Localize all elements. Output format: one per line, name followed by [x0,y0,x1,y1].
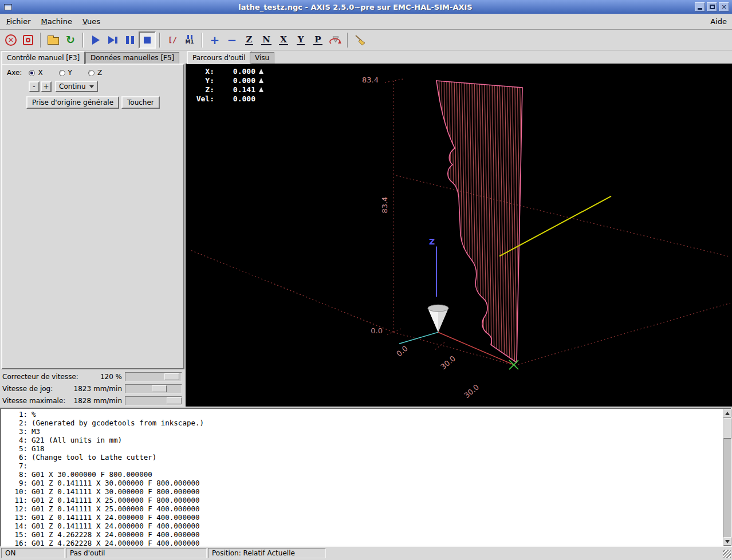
maximize-icon [710,5,715,9]
view-rotated-top-button[interactable]: N [258,31,275,49]
clear-plot-button[interactable] [352,31,369,49]
arrow-down-icon [725,540,730,543]
dro-y-label: Y: [189,76,214,85]
axis-z-radio[interactable]: Z [88,69,102,77]
skip-lines-toggle[interactable]: [/ [164,31,181,49]
jog-speed-slider[interactable] [125,384,182,393]
jog-plus-button[interactable]: + [41,81,52,92]
scrollbar-thumb[interactable] [723,418,731,439]
zoom-out-button[interactable]: − [223,31,241,49]
minimize-icon [698,8,702,10]
menu-vues[interactable]: Vues [77,15,105,28]
radio-indicator [59,70,65,76]
toolbar-separator [202,33,203,48]
view-front-button[interactable]: Y [292,31,309,49]
tab-manual-control[interactable]: Contrôle manuel [F3] [1,51,85,64]
estop-icon [5,34,17,46]
gcode-line: 4:G21 (All units in mm) [1,436,731,444]
slider-handle[interactable] [152,385,167,392]
toolbar-separator [159,33,160,48]
skip-lines-icon: [/ [168,36,177,44]
radio-indicator [88,70,95,76]
zoom-in-button[interactable]: + [206,31,223,49]
tab-preview[interactable]: Parcours d'outil [187,51,251,64]
step-button[interactable] [104,31,121,49]
jog-increment-dropdown[interactable]: Continu [55,81,98,92]
axis-y-label: Y [68,69,72,77]
close-icon [721,3,726,11]
minimize-button[interactable] [695,2,705,11]
gcode-scrollbar[interactable] [723,409,731,546]
arrow-up-icon [725,412,730,415]
slider-handle[interactable] [167,397,182,404]
menu-fichier[interactable]: Fichier [1,15,36,28]
machine-state-cell: ON [1,548,65,558]
toolbar-separator [40,33,41,48]
feed-override-label: Correcteur de vitesse: [2,373,78,381]
view-side-icon: X [279,35,288,45]
stop-button[interactable] [139,31,156,49]
scroll-down-button[interactable] [723,537,731,546]
max-velocity-slider[interactable] [125,396,182,405]
pause-button[interactable] [121,31,139,49]
speed-sliders: Correcteur de vitesse: 120 % Vitesse de … [0,370,184,408]
dro-vel-value: 0.000 [214,94,255,104]
tool-cone [428,305,448,332]
axis-x-radio[interactable]: X [29,69,42,77]
view-perspective-icon: P [313,35,322,45]
preview-canvas[interactable]: 83.4 83.4 0.0 0.0 30.0 30.0 Z X:0.000 Y:… [186,64,732,407]
rotate-view-button[interactable] [326,31,344,49]
tab-mdi[interactable]: Données manuelles [F5] [85,52,179,64]
rotate-view-icon [329,34,341,46]
reload-button[interactable] [62,31,79,49]
dim-bottom-30a: 30.0 [439,354,457,371]
tab-dro[interactable]: Visu [250,52,274,64]
jog-increment-value: Continu [59,82,86,90]
gcode-listing[interactable]: 1:% 2:(Generated by gcodetools from inks… [0,408,732,547]
menubar: Fichier Machine Vues Aide [0,14,732,30]
gcode-line: 8:G01 X 30.000000 F 800.000000 [1,470,731,479]
slider-handle[interactable] [164,373,179,380]
jog-speed-label: Vitesse de jog: [2,385,53,393]
resize-grip[interactable] [723,550,731,558]
view-perspective-button[interactable]: P [309,31,326,49]
machine-power-button[interactable] [19,31,37,49]
jog-speed-value: 1823 mm/min [53,385,122,393]
toolbar-separator [347,33,348,48]
home-all-button[interactable]: Prise d'origine générale [26,96,119,109]
optional-pause-toggle[interactable]: M1 [181,31,198,49]
feed-override-slider[interactable] [125,372,182,381]
toolbar-separator [82,33,84,48]
dim-height-side: 83.4 [380,197,389,214]
jog-minus-button[interactable]: - [29,81,40,92]
pause-icon [126,36,134,44]
tool-info-cell: Pas d'outil [66,548,207,558]
menu-aide[interactable]: Aide [705,15,732,28]
menu-machine[interactable]: Machine [36,15,77,28]
run-button[interactable] [87,31,104,49]
view-front-icon: Y [297,35,305,45]
zoom-out-icon: − [227,34,237,46]
maximize-button[interactable] [707,2,717,11]
run-icon [92,36,100,45]
view-side-button[interactable]: X [275,31,292,49]
view-top-button[interactable]: Z [241,31,258,49]
titlebar[interactable]: lathe_testz.ngc - AXIS 2.5.0~pre sur EMC… [0,0,732,14]
gcode-line: 10:G01 Z 0.141111 X 30.000000 F 800.0000… [1,487,731,496]
axis-y-radio[interactable]: Y [59,69,72,77]
estop-button[interactable] [2,31,19,49]
touch-off-button[interactable]: Toucher [121,96,160,109]
open-file-button[interactable] [45,31,62,49]
position-mode-cell: Position: Relatif Actuelle [208,548,326,558]
zoom-in-icon: + [210,34,220,46]
open-file-icon [48,37,59,45]
origin-marker [509,360,518,369]
scroll-up-button[interactable] [723,409,731,417]
gcode-line: 6:(Change tool to Lathe cutter) [1,453,731,462]
close-button[interactable] [719,2,729,11]
gcode-line: 7: [1,462,731,470]
gcode-line: 9:G01 Z 0.141111 X 30.000000 F 800.00000… [1,479,731,487]
gcode-line: 11:G01 Z 0.141111 X 25.000000 F 800.0000… [1,496,731,504]
gcode-line: 13:G01 Z 0.141111 X 24.000000 F 400.0000… [1,513,731,522]
y-axis-line [399,332,438,344]
